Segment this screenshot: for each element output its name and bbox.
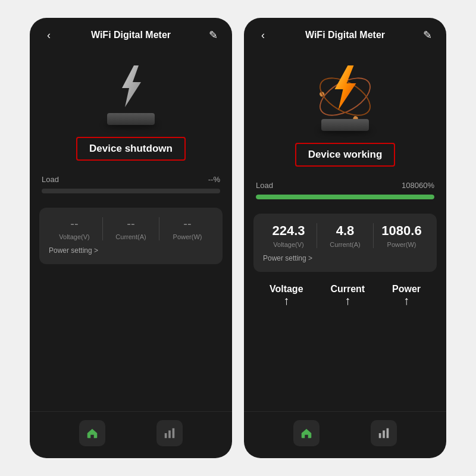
- right-load-value: 108060%: [402, 181, 434, 190]
- right-voltage-value: 224.3: [263, 223, 314, 239]
- left-voltage-value: --: [49, 217, 100, 231]
- power-annotation: Power ↑: [392, 284, 421, 306]
- right-load-section: Load 108060%: [244, 181, 446, 206]
- left-device-icon-area: [30, 48, 232, 137]
- right-current-value: 4.8: [320, 223, 371, 239]
- right-current-label: Current(A): [320, 241, 371, 248]
- power-arrow-icon: ↑: [403, 295, 409, 306]
- right-bolt-icon: [312, 65, 378, 131]
- left-phone-card: ‹ WiFi Digital Meter ✎ Device shutdown L…: [30, 18, 232, 458]
- right-divider-1: [317, 223, 317, 248]
- right-progress-fill: [256, 195, 434, 199]
- right-divider-2: [373, 223, 374, 248]
- right-progress-bar: [256, 195, 434, 199]
- left-title: WiFi Digital Meter: [56, 30, 206, 40]
- right-phone-card: ‹ WiFi Digital Meter ✎: [244, 18, 446, 458]
- svg-marker-0: [122, 65, 141, 107]
- left-header: ‹ WiFi Digital Meter ✎: [30, 18, 232, 48]
- right-edit-icon[interactable]: ✎: [420, 29, 434, 42]
- left-edit-icon[interactable]: ✎: [206, 29, 220, 42]
- annotations-row: Voltage ↑ Current ↑ Power ↑: [244, 279, 446, 306]
- left-bolt-icon: [101, 65, 161, 125]
- right-header: ‹ WiFi Digital Meter ✎: [244, 18, 446, 48]
- power-annotation-label: Power: [392, 284, 421, 295]
- right-title: WiFi Digital Meter: [270, 30, 420, 40]
- right-power-value: 1080.6: [376, 223, 427, 239]
- left-voltage-metric: -- Voltage(V): [49, 217, 100, 240]
- left-bottom-nav: [30, 411, 232, 458]
- current-annotation-label: Current: [330, 284, 365, 295]
- right-stats-button[interactable]: [371, 420, 397, 446]
- current-arrow-icon: ↑: [345, 295, 350, 306]
- right-power-label: Power(W): [376, 241, 427, 248]
- left-current-label: Current(A): [105, 233, 156, 240]
- left-metrics-card: -- Voltage(V) -- Current(A) -- Power(W) …: [39, 208, 223, 264]
- left-stats-button[interactable]: [156, 420, 183, 446]
- svg-marker-4: [335, 65, 356, 110]
- svg-rect-3: [173, 428, 175, 439]
- left-back-icon[interactable]: ‹: [42, 29, 56, 42]
- left-divider-1: [102, 217, 103, 240]
- right-bottom-nav: [244, 411, 446, 458]
- right-load-label: Load: [256, 181, 273, 190]
- left-power-setting[interactable]: Power setting >: [49, 246, 213, 255]
- svg-rect-6: [383, 430, 385, 438]
- left-metrics-row: -- Voltage(V) -- Current(A) -- Power(W): [49, 217, 213, 240]
- svg-rect-2: [168, 430, 171, 438]
- left-load-value: --%: [208, 175, 220, 184]
- left-voltage-label: Voltage(V): [49, 233, 100, 240]
- current-annotation: Current ↑: [330, 284, 365, 306]
- voltage-annotation-label: Voltage: [270, 284, 303, 295]
- right-home-button[interactable]: [293, 420, 320, 446]
- right-metrics-card: 224.3 Voltage(V) 4.8 Current(A) 1080.6 P…: [253, 214, 437, 272]
- left-current-metric: -- Current(A): [105, 217, 156, 240]
- left-current-value: --: [105, 217, 156, 231]
- right-power-setting[interactable]: Power setting >: [263, 254, 427, 262]
- right-back-icon[interactable]: ‹: [256, 29, 270, 42]
- right-status-badge: Device working: [295, 143, 396, 167]
- right-current-metric: 4.8 Current(A): [320, 223, 371, 248]
- left-load-section: Load --%: [30, 175, 232, 201]
- left-status-badge: Device shutdown: [76, 137, 186, 161]
- svg-rect-7: [387, 428, 389, 439]
- right-power-metric: 1080.6 Power(W): [376, 223, 427, 248]
- svg-rect-1: [165, 433, 167, 438]
- left-power-metric: -- Power(W): [162, 217, 213, 240]
- voltage-annotation: Voltage ↑: [270, 284, 303, 306]
- left-divider-2: [159, 217, 159, 240]
- left-power-value: --: [162, 217, 213, 231]
- left-progress-bar: [42, 189, 220, 193]
- voltage-arrow-icon: ↑: [283, 295, 289, 306]
- right-voltage-label: Voltage(V): [263, 241, 314, 248]
- left-home-button[interactable]: [79, 420, 105, 446]
- right-voltage-metric: 224.3 Voltage(V): [263, 223, 314, 248]
- right-metrics-row: 224.3 Voltage(V) 4.8 Current(A) 1080.6 P…: [263, 223, 427, 248]
- left-load-label: Load: [42, 175, 59, 184]
- right-device-icon-area: [244, 48, 446, 143]
- left-power-label: Power(W): [162, 233, 213, 240]
- svg-rect-5: [379, 433, 381, 438]
